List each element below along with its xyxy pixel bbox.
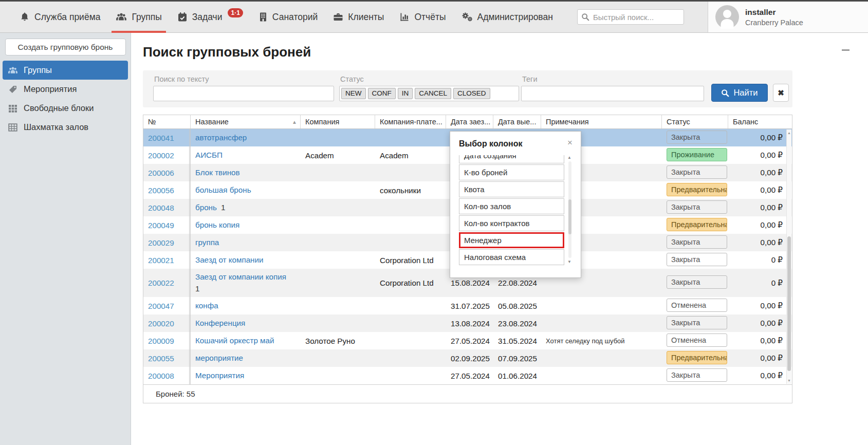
calendar-check-icon bbox=[177, 12, 188, 22]
scroll-up-icon[interactable]: ▲ bbox=[567, 155, 571, 160]
booking-name-link[interactable]: бронь копия bbox=[195, 220, 239, 229]
booking-number-link[interactable]: 200055 bbox=[143, 349, 191, 367]
column-header[interactable]: Примечания bbox=[541, 115, 662, 128]
status-filter-option[interactable]: CANCEL bbox=[415, 88, 451, 99]
booking-number-link[interactable]: 200006 bbox=[143, 164, 191, 181]
column-header[interactable]: Дата заез... bbox=[446, 115, 493, 128]
collapse-panel-icon[interactable] bbox=[842, 49, 849, 51]
scrollbar-thumb[interactable] bbox=[787, 236, 791, 371]
popup-title: Выбор колонок bbox=[459, 139, 522, 149]
column-header[interactable]: № bbox=[143, 115, 191, 128]
booking-name-link[interactable]: АИСБП bbox=[195, 151, 223, 159]
find-button[interactable]: Найти bbox=[711, 84, 768, 102]
nav-item-administration[interactable]: Администрирован bbox=[461, 2, 553, 32]
table-row[interactable]: 200055 мероприятие 02.09.2025 07.09.2025… bbox=[143, 349, 792, 367]
booking-number-link[interactable]: 200029 bbox=[143, 234, 191, 251]
status-filter-option[interactable]: CLOSED bbox=[453, 88, 490, 99]
nav-item-front-desk[interactable]: Служба приёма bbox=[20, 2, 100, 32]
user-panel[interactable]: installer Cranberry Palace bbox=[708, 2, 868, 32]
booking-number-link[interactable]: 200047 bbox=[143, 297, 191, 314]
nav-item-clients[interactable]: Клиенты bbox=[333, 2, 384, 32]
popup-scrollbar[interactable]: ▲ ▼ bbox=[566, 155, 572, 265]
column-header[interactable]: Название ▲ bbox=[191, 115, 301, 128]
nav-item-reports[interactable]: Отчёты bbox=[399, 2, 446, 32]
booking-name-link[interactable]: группа bbox=[195, 238, 219, 247]
balance-cell: 0,00 ₽ bbox=[728, 238, 792, 247]
booking-name-link[interactable]: Заезд от компании bbox=[195, 255, 263, 264]
tag-icon bbox=[8, 85, 18, 94]
booking-number-link[interactable]: 200041 bbox=[143, 129, 191, 146]
booking-name-link[interactable]: автотрансфер bbox=[195, 133, 247, 142]
clear-filters-button[interactable]: ✖ bbox=[773, 84, 789, 102]
scrollbar-thumb[interactable] bbox=[568, 199, 571, 234]
sort-ascending-icon: ▲ bbox=[292, 119, 297, 125]
booking-number-link[interactable]: 200020 bbox=[143, 314, 191, 332]
column-header[interactable]: Дата вые... bbox=[493, 115, 541, 128]
arrival-date-cell: 15.08.2024 bbox=[446, 279, 493, 287]
status-badge: Закрыта bbox=[667, 253, 727, 266]
booking-name-link[interactable]: Мероприятия bbox=[195, 371, 244, 380]
booking-name-link[interactable]: мероприятие bbox=[195, 354, 243, 362]
sidebar-item-free-blocks[interactable]: Свободные блоки bbox=[3, 99, 128, 118]
scroll-up-icon[interactable]: ▲ bbox=[787, 131, 791, 135]
booking-name-link[interactable]: Блок твинов bbox=[195, 168, 240, 177]
status-badge: Предварительная bbox=[667, 351, 727, 364]
booking-name-link[interactable]: бронь bbox=[195, 203, 217, 212]
booking-name-cell: автотрансфер bbox=[191, 129, 301, 146]
column-option[interactable]: Дата создания bbox=[459, 155, 564, 163]
booking-number-link[interactable]: 200008 bbox=[143, 367, 191, 384]
booking-number-link[interactable]: 200002 bbox=[143, 146, 191, 164]
status-cell: Предварительная bbox=[662, 218, 728, 233]
column-header[interactable]: Компания-плате... bbox=[375, 115, 446, 128]
quick-search-input[interactable] bbox=[577, 9, 684, 25]
nav-item-tasks[interactable]: Задачи 1·1 bbox=[177, 2, 243, 32]
sidebar-item-halls-grid[interactable]: Шахматка залов bbox=[3, 118, 128, 137]
booking-name-link[interactable]: Кошачий оркестр май bbox=[195, 336, 274, 345]
booking-number-link[interactable]: 200009 bbox=[143, 332, 191, 349]
status-filter-option[interactable]: NEW bbox=[341, 88, 366, 99]
booking-name-cell: Мероприятия bbox=[191, 367, 301, 384]
table-row[interactable]: 200020 Конференция 13.08.2024 23.08.2024… bbox=[143, 314, 792, 332]
table-scrollbar[interactable]: ▲ ▼ bbox=[786, 129, 791, 384]
booking-number-link[interactable]: 200022 bbox=[143, 269, 191, 297]
table-row[interactable]: 200047 конфа 31.07.2025 05.08.2025 Отмен… bbox=[143, 297, 792, 314]
booking-name-link[interactable]: Конференция bbox=[195, 319, 245, 327]
status-filter-field[interactable]: NEW CONF IN CANCEL CLOSED bbox=[339, 86, 519, 101]
booking-name-link[interactable]: большая бронь bbox=[195, 186, 251, 194]
create-group-booking-button[interactable]: Создать групповую бронь bbox=[5, 39, 126, 55]
column-option[interactable]: Квота bbox=[459, 181, 564, 197]
booking-number-link[interactable]: 200021 bbox=[143, 251, 191, 269]
table-row[interactable]: 200008 Мероприятия 27.05.2024 01.06.2024… bbox=[143, 367, 792, 384]
scroll-down-icon[interactable]: ▼ bbox=[787, 379, 791, 382]
booking-name-cell: конфа bbox=[191, 298, 301, 314]
status-badge: Закрыта bbox=[667, 235, 727, 249]
nav-item-sanatorium[interactable]: Санаторий bbox=[258, 2, 318, 32]
status-filter-option[interactable]: CONF bbox=[368, 88, 396, 99]
close-icon[interactable]: × bbox=[567, 138, 572, 147]
column-header[interactable]: Компания bbox=[301, 115, 375, 128]
booking-name-link[interactable]: Заезд от компании копия bbox=[195, 272, 286, 281]
column-header[interactable]: Баланс bbox=[728, 115, 792, 128]
quick-search bbox=[577, 9, 684, 25]
tags-input[interactable] bbox=[521, 86, 704, 101]
booking-number-link[interactable]: 200048 bbox=[143, 199, 191, 216]
table-grid-icon bbox=[8, 123, 18, 132]
booking-number-link[interactable]: 200056 bbox=[143, 181, 191, 199]
sidebar-item-groups[interactable]: Группы bbox=[3, 61, 128, 80]
status-cell: Закрыта bbox=[662, 131, 728, 145]
column-header[interactable]: Статус bbox=[662, 115, 728, 128]
sidebar-item-events[interactable]: Мероприятия bbox=[3, 80, 128, 99]
table-row[interactable]: 200009 Кошачий оркестр май Золотое Руно … bbox=[143, 332, 792, 349]
column-option[interactable]: Налоговая схема bbox=[459, 249, 564, 265]
scroll-down-icon[interactable]: ▼ bbox=[567, 259, 571, 264]
column-option[interactable]: Менеджер bbox=[459, 232, 564, 248]
column-option[interactable]: Кол-во залов bbox=[459, 198, 564, 214]
column-option[interactable]: К-во броней bbox=[459, 164, 564, 180]
column-option[interactable]: Кол-во контрактов bbox=[459, 215, 564, 231]
booking-number-link[interactable]: 200049 bbox=[143, 216, 191, 234]
booking-name-link[interactable]: конфа bbox=[195, 301, 218, 310]
booking-name-cell: Заезд от компании копия 1 bbox=[191, 269, 301, 297]
nav-item-groups[interactable]: Группы bbox=[116, 2, 161, 32]
status-filter-option[interactable]: IN bbox=[398, 88, 413, 99]
text-search-input[interactable] bbox=[153, 86, 334, 101]
